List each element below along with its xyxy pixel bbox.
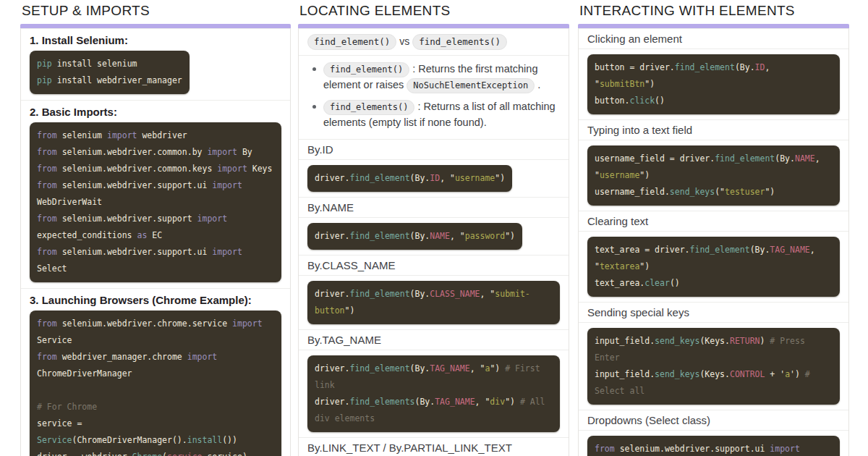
code-token: button: [315, 305, 345, 316]
code-line: WebDriverWait: [37, 194, 274, 211]
code-block: username_field = driver.find_element(By.…: [587, 145, 840, 206]
code-token: "): [639, 261, 650, 271]
card: Clicking an elementbutton = driver.find_…: [578, 24, 849, 456]
code-token: driver.: [315, 173, 349, 183]
code-line: text_area = driver.find_element(By.TAG_N…: [595, 242, 833, 258]
code-token: pip: [37, 75, 52, 85]
column-title: LOCATING ELEMENTS: [299, 4, 569, 18]
code-line: text_area.clear(): [595, 275, 833, 292]
code-token: ID: [755, 62, 765, 72]
code-token: selenium.webdriver.common.by: [57, 147, 208, 157]
code-token: (By.: [410, 173, 430, 183]
code-line: button"): [315, 303, 553, 319]
code-token: from: [37, 147, 57, 157]
code-token: "): [505, 397, 520, 407]
code-token: from: [37, 247, 57, 257]
inline-code-pill: find_elements(): [323, 100, 414, 115]
code-line: [37, 382, 274, 399]
code-token: text_area.: [595, 278, 644, 288]
code-token: ,: [765, 62, 770, 72]
code-line: driver.find_element(By.CLASS_NAME, "subm…: [315, 286, 553, 303]
code-block: text_area = driver.find_element(By.TAG_N…: [587, 237, 840, 297]
code-token: send_keys: [670, 187, 715, 197]
code-token: from: [595, 444, 615, 454]
code-token: "): [765, 187, 775, 197]
card: 1. Install Selenium:pip install selenium…: [20, 24, 291, 456]
code-line: button = driver.find_element(By.ID,: [595, 59, 833, 76]
code-token: NAME: [430, 231, 450, 241]
code-token: ()): [222, 435, 237, 445]
code-line: ChromeDriverManager: [37, 366, 274, 382]
code-token: selenium: [57, 130, 107, 140]
code-token: Chrome: [132, 452, 163, 456]
code-token: click: [629, 96, 655, 106]
code-token: driver.: [315, 397, 349, 407]
column-title: INTERACTING WITH ELEMENTS: [579, 4, 849, 18]
code-token: # All: [520, 397, 545, 407]
code-token: (": [715, 187, 725, 197]
code-token: (: [162, 452, 167, 456]
column-3: INTERACTING WITH ELEMENTSClicking an ele…: [578, 0, 849, 456]
code-token: , ": [480, 289, 495, 299]
section-heading: 2. Basic Imports:: [30, 105, 281, 119]
section-heading: By.CLASS_NAME: [299, 255, 569, 275]
code-token: find_element: [349, 231, 409, 241]
code-token: '): [790, 369, 805, 379]
code-token: , ": [470, 363, 485, 373]
code-block: pip install seleniumpip install webdrive…: [30, 51, 190, 94]
code-token: input_field.: [595, 369, 655, 379]
code-token: Select: [37, 263, 67, 274]
code-token: from: [37, 318, 57, 329]
code-token: CLASS_NAME: [430, 289, 480, 299]
code-token: button = driver.: [595, 62, 675, 72]
code-token: import: [197, 214, 228, 224]
code-token: from: [37, 352, 57, 362]
code-token: find_element: [690, 245, 750, 255]
code-block: from selenium.webdriver.chrome.service i…: [30, 311, 281, 456]
code-token: (By.: [750, 245, 770, 255]
code-token: from: [37, 214, 57, 224]
code-token: (By.: [410, 231, 430, 241]
code-line: Enter: [595, 350, 833, 366]
bullet-dot: [312, 105, 316, 109]
code-token: install selenium: [52, 59, 137, 69]
code-token: username: [600, 170, 639, 180]
code-token: expected_conditions: [37, 230, 137, 240]
code-line: driver.find_element(By.ID, "username"): [315, 170, 505, 187]
code-token: selenium.webdriver.support.ui: [615, 444, 770, 454]
code-token: submitBtn: [600, 79, 644, 89]
code-token: ): [760, 336, 770, 346]
code-token: "): [505, 231, 515, 241]
code-line: pip install selenium: [37, 56, 182, 72]
code-token: (By.: [410, 289, 430, 299]
code-token: (Keys.: [699, 369, 730, 379]
code-token: ": [595, 261, 600, 271]
section-heading: 3. Launching Browsers (Chrome Example):: [30, 293, 281, 307]
bullet-text: find_elements() : Returns a list of all …: [323, 99, 560, 130]
code-line: "submitBtn"): [595, 76, 833, 93]
code-token: (By.: [775, 153, 795, 164]
code-token: textarea: [600, 261, 639, 271]
code-block: from selenium import webdriverfrom selen…: [30, 122, 281, 282]
code-line: "textarea"): [595, 258, 833, 275]
code-token: import: [207, 147, 237, 157]
section: 1. Install Selenium:pip install selenium…: [21, 28, 290, 100]
code-row: username_field = driver.find_element(By.…: [579, 140, 848, 211]
code-row: driver.find_element(By.CLASS_NAME, "subm…: [299, 275, 569, 329]
code-token: "): [495, 173, 505, 183]
code-row: button = driver.find_element(By.ID,"subm…: [579, 48, 848, 119]
code-token: find_element: [349, 289, 409, 299]
code-token: , ": [440, 173, 455, 183]
code-token: div elements: [315, 413, 375, 423]
code-token: Keys: [247, 164, 273, 174]
code-token: import: [212, 247, 242, 257]
code-row: from selenium.webdriver.support.ui impor…: [579, 430, 848, 456]
code-line: from selenium.webdriver.support import: [37, 211, 274, 227]
code-token: # Press: [770, 336, 804, 346]
code-line: Select: [37, 261, 274, 277]
code-line: from selenium.webdriver.support.ui impor…: [37, 177, 274, 194]
card: find_element() vs find_elements()find_el…: [298, 24, 569, 456]
section: 2. Basic Imports:from selenium import we…: [21, 100, 290, 288]
text-segment: .: [535, 79, 540, 90]
section-heading: Clearing text: [579, 211, 848, 231]
